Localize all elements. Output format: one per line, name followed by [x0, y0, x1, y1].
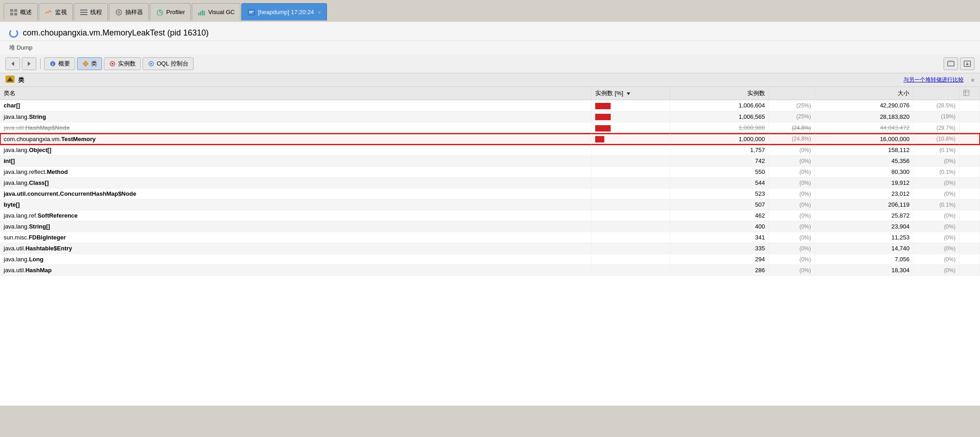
tab-visualgc-label: Visual GC	[208, 9, 235, 15]
size-cell: 7,056	[815, 254, 913, 265]
instance-count-cell: 286	[670, 265, 769, 276]
oql-button-label: OQL 控制台	[157, 60, 189, 68]
tab-heapdump[interactable]: [heapdump] 17:20:24 ×	[241, 3, 327, 20]
table-row[interactable]: byte[]507(0%)206,119(0.1%)	[0, 199, 980, 210]
bar-cell	[592, 145, 670, 156]
table-row[interactable]: java.lang.Object[]1,757(0%)158,112(0.1%)	[0, 145, 980, 156]
bar-cell	[592, 243, 670, 254]
back-button[interactable]	[5, 57, 20, 70]
class-name-cell: java.util.HashMap	[0, 265, 592, 276]
instance-count-cell: 341	[670, 232, 769, 243]
table-header-row: 类名 实例数 [%] 实例数 大小	[0, 87, 980, 100]
instance-pct-cell: (24.8%)	[769, 122, 815, 134]
table-row[interactable]: char[]1,006,604(25%)42,290,076(28.5%)	[0, 100, 980, 112]
table-row[interactable]: java.util.concurrent.ConcurrentHashMap$N…	[0, 188, 980, 199]
table-wrapper[interactable]: 类名 实例数 [%] 实例数 大小	[0, 87, 980, 406]
bar-cell	[592, 100, 670, 112]
oql-button-icon	[148, 60, 155, 67]
svg-rect-12	[198, 13, 199, 15]
svg-rect-1	[10, 13, 13, 15]
table-row[interactable]: int[]742(0%)45,356(0%)	[0, 156, 980, 167]
table-body: char[]1,006,604(25%)42,290,076(28.5%)jav…	[0, 100, 980, 276]
size-pct-cell: (10.8%)	[914, 133, 960, 145]
tab-profiler[interactable]: Profiler	[150, 3, 191, 20]
col-header-instance-count[interactable]: 实例数	[670, 87, 769, 100]
toolbar: i 概要 类 实例数 OQL 控制台	[0, 55, 980, 73]
col-header-class-name[interactable]: 类名	[0, 87, 592, 100]
col-header-size-pct[interactable]	[914, 87, 960, 100]
panel-close-button[interactable]: ×	[971, 76, 975, 84]
size-pct-cell: (0%)	[914, 210, 960, 221]
svg-rect-14	[202, 10, 203, 15]
sampler-tab-icon	[115, 9, 123, 16]
table-row[interactable]: java.lang.reflect.Method550(0%)80,300(0.…	[0, 167, 980, 178]
instances-button-label: 实例数	[118, 60, 136, 68]
tab-threads-label: 线程	[90, 8, 102, 16]
table-row[interactable]: java.util.Hashtable$Entry335(0%)14,740(0…	[0, 243, 980, 254]
instance-count-cell: 1,000,988	[670, 122, 769, 134]
overview-button-icon: i	[49, 60, 56, 67]
class-name-cell: java.lang.ref.SoftReference	[0, 210, 592, 221]
forward-button[interactable]	[22, 57, 36, 70]
col-header-extra	[960, 87, 980, 100]
table-row[interactable]: sun.misc.FDBigInteger341(0%)11,253(0%)	[0, 232, 980, 243]
size-pct-cell: (0%)	[914, 178, 960, 188]
extra-cell	[960, 100, 980, 112]
oql-button[interactable]: OQL 控制台	[143, 57, 194, 70]
col-header-size[interactable]: 大小	[815, 87, 913, 100]
svg-marker-19	[11, 61, 14, 66]
tab-heapdump-close[interactable]: ×	[318, 10, 321, 15]
screenshot-button[interactable]	[944, 57, 958, 70]
profiler-tab-icon	[156, 9, 164, 16]
bar-cell	[592, 199, 670, 210]
table-row[interactable]: java.util.HashMap$Node1,000,988(24.8%)44…	[0, 122, 980, 134]
instance-count-cell: 550	[670, 167, 769, 178]
bar-cell	[592, 232, 670, 243]
svg-point-8	[117, 11, 120, 14]
instance-pct-cell: (25%)	[769, 100, 815, 112]
extra-cell	[960, 243, 980, 254]
classes-button[interactable]: 类	[77, 57, 102, 70]
instances-button[interactable]: 实例数	[104, 57, 141, 70]
size-pct-cell: (28.5%)	[914, 100, 960, 112]
table-row[interactable]: java.lang.String1,006,565(25%)28,183,820…	[0, 111, 980, 122]
table-row[interactable]: java.lang.ref.SoftReference462(0%)25,872…	[0, 210, 980, 221]
col-header-instance-pct[interactable]: 实例数 [%]	[592, 87, 670, 100]
table-row[interactable]: java.util.HashMap286(0%)18,304(0%)	[0, 265, 980, 276]
instances-button-icon	[109, 60, 116, 67]
size-pct-cell: (29.7%)	[914, 122, 960, 134]
monitor-tab-icon	[45, 9, 53, 16]
svg-rect-34	[964, 90, 969, 96]
svg-point-27	[150, 63, 152, 65]
instance-count-cell: 507	[670, 199, 769, 210]
instance-pct-cell: (0%)	[769, 199, 815, 210]
overview-button[interactable]: i 概要	[44, 57, 75, 70]
svg-rect-3	[14, 13, 17, 15]
svg-marker-23	[83, 61, 88, 66]
tab-sampler[interactable]: 抽样器	[109, 3, 149, 20]
table-row[interactable]: java.lang.Long294(0%)7,056(0%)	[0, 254, 980, 265]
instance-pct-cell: (0%)	[769, 221, 815, 232]
size-cell: 80,300	[815, 167, 913, 178]
tab-overview[interactable]: 概述	[4, 3, 38, 20]
svg-point-25	[112, 63, 113, 65]
table-row[interactable]: com.choupangxia.vm.TestMemory1,000,000(2…	[0, 133, 980, 145]
instance-pct-cell: (0%)	[769, 167, 815, 178]
instance-count-cell: 1,006,565	[670, 111, 769, 122]
col-header-pct[interactable]	[769, 87, 815, 100]
tab-sampler-label: 抽样器	[125, 8, 143, 16]
class-name-cell: byte[]	[0, 199, 592, 210]
size-cell: 14,740	[815, 243, 913, 254]
compare-link[interactable]: 与另一个堆转储进行比较	[903, 76, 964, 84]
table-row[interactable]: java.lang.String[]400(0%)23,904(0%)	[0, 221, 980, 232]
extra-cell	[960, 265, 980, 276]
table-row[interactable]: java.lang.Class[]544(0%)19,912(0%)	[0, 178, 980, 188]
tab-monitor[interactable]: 监视	[39, 3, 73, 20]
tab-profiler-label: Profiler	[166, 9, 185, 15]
tab-visualgc[interactable]: Visual GC	[192, 3, 240, 20]
size-pct-cell: (0%)	[914, 254, 960, 265]
loading-spinner	[9, 29, 18, 38]
export-button[interactable]	[960, 57, 975, 70]
tab-threads[interactable]: 线程	[74, 3, 108, 20]
instance-count-cell: 1,757	[670, 145, 769, 156]
